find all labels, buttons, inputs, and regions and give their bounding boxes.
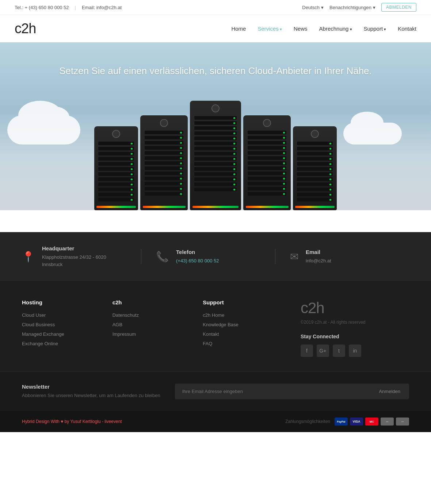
server-button: [311, 130, 319, 138]
payment-icon-4: ···: [381, 418, 394, 426]
separator: |: [75, 5, 76, 10]
server-slot: [194, 172, 236, 176]
server-slot: [145, 151, 183, 155]
server-slot: [145, 146, 183, 150]
notif-arrow: ▾: [373, 5, 375, 10]
server-slot: [145, 131, 183, 134]
language-selector[interactable]: Deutsch ▾: [302, 5, 324, 10]
phone-detail: (+43) 650 80 000 52: [176, 257, 219, 265]
link-datenschutz[interactable]: Datenschutz: [112, 312, 139, 318]
list-item: Knowledge Base: [203, 322, 293, 327]
link-kontakt[interactable]: Kontakt: [203, 331, 219, 337]
server-slot: [297, 142, 332, 145]
server-slot: [248, 161, 286, 165]
newsletter-submit-button[interactable]: Anmelden: [370, 384, 409, 399]
server-button: [211, 104, 220, 112]
email-title: Email: [306, 249, 331, 255]
server-slot: [98, 157, 134, 161]
c2h-links: Datenschutz AGB Impressum: [112, 312, 203, 337]
link-impressum[interactable]: Impressum: [112, 331, 136, 337]
server-slot: [145, 161, 183, 165]
server-slot: [248, 182, 286, 185]
server-button: [263, 119, 271, 127]
nav-home[interactable]: Home: [231, 26, 246, 32]
server-illustration: [94, 101, 337, 210]
server-slot: [98, 152, 134, 155]
server-slot: [297, 172, 332, 176]
link-faq[interactable]: FAQ: [203, 341, 212, 346]
top-bar-right: Deutsch ▾ Benachrichtigungen ▾ ABMELDEN: [302, 3, 416, 12]
email-icon: ✉: [290, 251, 298, 263]
server-slot: [248, 146, 286, 150]
email-detail: info@c2h.at: [306, 257, 331, 265]
nav-support[interactable]: Support: [364, 26, 386, 32]
facebook-icon[interactable]: f: [301, 345, 313, 357]
abmelden-button[interactable]: ABMELDEN: [381, 3, 416, 12]
support-heading: Support: [203, 299, 293, 305]
link-cloud-user[interactable]: Cloud User: [22, 312, 46, 318]
server-slot: [98, 147, 134, 150]
server-slot: [194, 177, 236, 181]
twitter-icon[interactable]: t: [333, 345, 345, 357]
link-c2h-home[interactable]: c2h Home: [203, 312, 224, 318]
linkedin-icon[interactable]: in: [349, 345, 361, 357]
payment-label: Zahlungsmöglichkeiten: [285, 419, 330, 424]
link-knowledge-base[interactable]: Knowledge Base: [203, 322, 239, 327]
list-item: Cloud Business: [22, 322, 112, 327]
server-slot: [297, 198, 332, 201]
server-slot: [98, 193, 134, 196]
nav-kontakt[interactable]: Kontakt: [398, 26, 416, 32]
nav-services[interactable]: Services: [258, 26, 282, 32]
server-slot: [248, 187, 286, 191]
notifications-selector[interactable]: Benachrichtigungen ▾: [329, 5, 375, 10]
link-cloud-business[interactable]: Cloud Business: [22, 322, 55, 327]
footer-brand: c2h ©2019 c2h.at - All rights reserved S…: [293, 299, 409, 357]
server-slot: [98, 188, 134, 191]
server-slot: [194, 182, 236, 186]
newsletter-text: Newsletter Abbonieren Sie unseren Newsle…: [22, 384, 160, 399]
server-slot: [145, 136, 183, 139]
phone-title: Telefon: [176, 249, 219, 255]
list-item: FAQ: [203, 341, 293, 346]
server-slot: [98, 162, 134, 166]
cloud-decoration-2: [343, 123, 402, 145]
list-item: c2h Home: [203, 312, 293, 318]
link-agb[interactable]: AGB: [112, 322, 122, 327]
server-slot: [248, 141, 286, 145]
newsletter-heading: Newsletter: [22, 384, 160, 390]
server-slot: [248, 156, 286, 160]
location-icon: 📍: [22, 251, 35, 263]
hero-section: Setzen Sie auf einen verlässlichen, sich…: [0, 42, 431, 210]
googleplus-icon[interactable]: G+: [317, 345, 329, 357]
list-item: Cloud User: [22, 312, 112, 318]
footer-logo: c2h: [301, 299, 324, 317]
server-slot: [297, 162, 332, 166]
server-slot: [248, 172, 286, 175]
server-slot: [98, 177, 134, 181]
server-slot: [297, 152, 332, 155]
bottom-bar: Hybrid Design With ♥ by Yusuf Kertlioglu…: [0, 411, 431, 432]
phone-link[interactable]: (+43) 650 80 000 52: [176, 258, 219, 263]
server-slot: [98, 142, 134, 145]
link-managed-exchange[interactable]: Managed Exchange: [22, 331, 64, 337]
server-slot: [297, 147, 332, 150]
stay-connected-heading: Stay Connected: [301, 334, 361, 339]
server-slot: [248, 177, 286, 180]
info-headquarter: 📍 Headquarter Klappholzstrasse 24/32 - 6…: [22, 245, 141, 268]
link-exchange-online[interactable]: Exchange Online: [22, 341, 58, 346]
cloud-decoration-1: [7, 115, 80, 145]
server-slot: [194, 142, 236, 145]
phone-icon: 📞: [156, 251, 169, 263]
payment-icons: PayPal VISA MC ··· ···: [335, 418, 409, 426]
server-slot: [297, 182, 332, 186]
nav-abrechnung[interactable]: Abrechnung: [319, 26, 352, 32]
server-slot: [145, 141, 183, 145]
social-icons: f G+ t in: [301, 345, 361, 357]
top-bar-left: Tel.: + (43) 650 80 000 52 | Email: info…: [15, 5, 122, 10]
logo[interactable]: c2h: [15, 21, 36, 36]
nav-news[interactable]: News: [294, 26, 308, 32]
server-slot: [194, 147, 236, 150]
c2h-heading: c2h: [112, 299, 203, 305]
server-slot: [98, 172, 134, 176]
newsletter-email-input[interactable]: [175, 384, 370, 399]
